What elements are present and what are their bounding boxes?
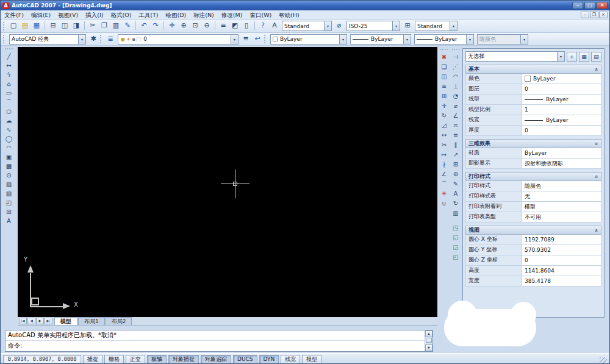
dropdown-arrow-icon[interactable]: ▾: [392, 21, 400, 30]
toolbar-grip[interactable]: [452, 49, 460, 51]
tab-scroll-arrow[interactable]: ◀: [27, 318, 35, 324]
properties-palette-icon[interactable]: ≡: [218, 21, 229, 31]
quick-select-button[interactable]: ▦: [579, 52, 589, 62]
tab-scroll-arrow[interactable]: ▶|: [45, 318, 52, 324]
property-value[interactable]: 0: [522, 126, 601, 135]
property-value[interactable]: 模型: [522, 202, 601, 212]
text-style-select[interactable]: Standard ▾: [282, 21, 332, 31]
menu-item[interactable]: 标注(N): [190, 10, 218, 20]
ordinate-dimension-icon[interactable]: ⊥: [451, 82, 461, 91]
open-icon[interactable]: ▤: [20, 21, 30, 31]
insert-block-icon[interactable]: ▣: [3, 152, 15, 162]
copy-object-icon[interactable]: ❏: [439, 62, 450, 72]
dropdown-arrow-icon[interactable]: ▾: [450, 21, 457, 30]
publish-icon[interactable]: ◨: [71, 21, 82, 31]
document-restore-button[interactable]: ❐: [590, 12, 598, 18]
angular-dimension-icon[interactable]: ∠: [451, 111, 461, 121]
menu-item[interactable]: 修改(M): [218, 10, 246, 20]
toolbar-grip[interactable]: [3, 35, 5, 43]
lineweight-toggle[interactable]: 线宽: [281, 355, 300, 364]
pan-icon[interactable]: ✛: [167, 21, 178, 31]
property-value[interactable]: 无: [522, 191, 601, 201]
toolbar-grip[interactable]: [264, 35, 266, 43]
property-value[interactable]: 0: [522, 84, 601, 94]
menu-item[interactable]: 工具(T): [135, 10, 162, 20]
continue-dimension-icon[interactable]: ∥: [451, 140, 461, 150]
minimize-button[interactable]: –: [572, 2, 583, 9]
layer-color-swatch-icon[interactable]: ■: [137, 37, 142, 42]
toolbar-grip[interactable]: [440, 49, 448, 51]
dimension-edit-icon[interactable]: ✎: [451, 179, 461, 189]
osnap-toggle[interactable]: 对象捕捉: [168, 355, 199, 364]
break-icon[interactable]: ∤: [439, 160, 450, 170]
new-icon[interactable]: ▢: [8, 21, 19, 31]
erase-icon[interactable]: ✖: [439, 52, 450, 62]
center-mark-icon[interactable]: ⊕: [451, 170, 461, 179]
move-icon[interactable]: ✛: [439, 101, 450, 111]
plot-icon[interactable]: ⊟: [48, 21, 59, 31]
section-header[interactable]: 基本 «: [465, 65, 601, 74]
menu-item[interactable]: 视图(V): [54, 10, 82, 20]
plot-preview-icon[interactable]: ◫: [59, 21, 70, 31]
multiline-text-icon[interactable]: A: [3, 216, 15, 226]
layer-select[interactable]: ●☀▪■ 0 ▾: [118, 34, 239, 45]
property-value[interactable]: 不可用: [522, 212, 601, 222]
radius-dimension-icon[interactable]: ◔: [451, 91, 461, 101]
toolbar-grip[interactable]: [3, 22, 5, 30]
dim-style-select[interactable]: ISO-25 ▾: [346, 21, 400, 31]
cut-icon[interactable]: ✂: [87, 21, 98, 31]
zoom-realtime-icon[interactable]: ⊕: [178, 21, 189, 31]
quick-leader-icon[interactable]: ↗: [451, 150, 461, 160]
tolerance-icon[interactable]: ⊞: [451, 160, 461, 170]
property-row[interactable]: 图层 0: [465, 84, 601, 95]
array-icon[interactable]: ⊞: [439, 91, 450, 101]
property-row[interactable]: 材质 ByLayer: [465, 148, 601, 159]
layer-on-bulb-icon[interactable]: ●: [121, 37, 125, 42]
tab-scroll-arrow[interactable]: ▶: [36, 318, 44, 324]
grid-toggle[interactable]: 栅格: [104, 355, 124, 364]
collapse-chevron-icon[interactable]: «: [594, 229, 600, 232]
maximize-button[interactable]: □: [584, 2, 595, 9]
circle-icon[interactable]: ○: [3, 107, 15, 116]
toolbar-grip[interactable]: [5, 48, 13, 51]
property-row[interactable]: 宽度 385.4178: [465, 276, 601, 287]
property-row[interactable]: 线型 ByLayer: [465, 95, 601, 105]
copy-icon[interactable]: ❐: [99, 21, 110, 31]
property-row[interactable]: 阴影显示 投射和接收阴影: [465, 159, 601, 169]
ducs-toggle[interactable]: DUCS: [233, 355, 257, 364]
property-row[interactable]: 打印样式 随颜色: [465, 181, 601, 191]
property-value[interactable]: 1: [522, 105, 601, 115]
toolbar-grip[interactable]: [100, 35, 102, 43]
property-value[interactable]: 385.4178: [522, 276, 601, 286]
dropdown-arrow-icon[interactable]: ▾: [557, 52, 564, 61]
gradient-icon[interactable]: ▧: [3, 189, 15, 198]
tab-layout1[interactable]: 布局1: [78, 317, 105, 325]
property-value[interactable]: ByLayer: [522, 95, 601, 104]
property-row[interactable]: 高度 1141.8604: [465, 266, 601, 276]
join-icon[interactable]: ∪: [439, 199, 450, 209]
property-value[interactable]: 1192.7089: [522, 235, 601, 244]
ellipse-arc-icon[interactable]: ◠: [3, 143, 15, 152]
ellipse-icon[interactable]: ◯: [3, 134, 15, 143]
property-row[interactable]: 颜色 ByLayer: [465, 74, 601, 84]
menu-item[interactable]: 格式(O): [107, 10, 135, 20]
extend-icon[interactable]: ↦: [439, 150, 450, 160]
trim-icon[interactable]: ✂: [439, 140, 450, 150]
bring-above-objects-icon[interactable]: ◲: [451, 243, 461, 252]
dropdown-arrow-icon[interactable]: ▾: [324, 21, 331, 30]
bring-to-front-icon[interactable]: ◳: [451, 223, 461, 233]
make-block-icon[interactable]: ▩: [3, 162, 15, 171]
send-to-back-icon[interactable]: ◱: [451, 233, 461, 243]
snap-toggle[interactable]: 捕捉: [83, 355, 102, 364]
dropdown-arrow-icon[interactable]: ▾: [231, 35, 238, 44]
paste-icon[interactable]: ▥: [110, 21, 121, 31]
send-under-objects-icon[interactable]: ◰: [451, 252, 461, 262]
zoom-window-icon[interactable]: ⊡: [190, 21, 201, 31]
polar-toggle[interactable]: 极轴: [147, 355, 167, 364]
section-header[interactable]: 打印样式 «: [465, 172, 601, 181]
tab-model[interactable]: 模型: [54, 317, 77, 325]
arc-icon[interactable]: ⌒: [3, 98, 15, 107]
fillet-icon[interactable]: ⌒: [439, 179, 450, 189]
point-icon[interactable]: ⊙: [3, 171, 15, 180]
lineweight-select[interactable]: ByLayer ▾: [414, 34, 474, 45]
